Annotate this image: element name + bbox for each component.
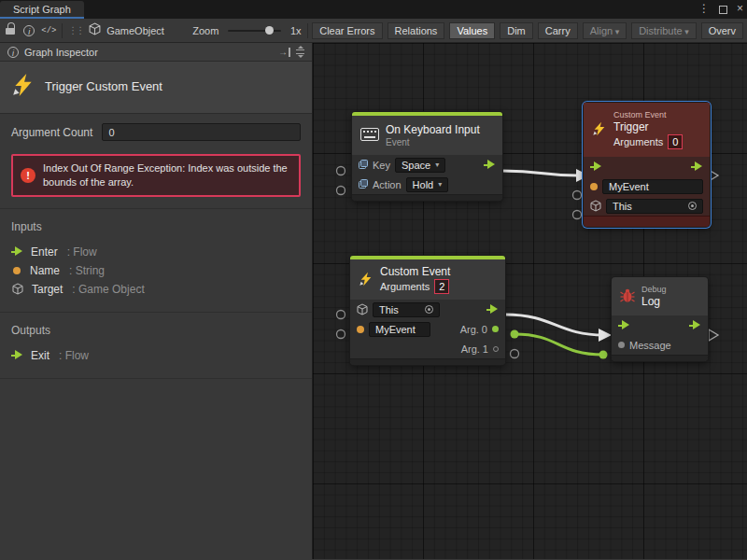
arg1-label: Arg. 1 (461, 343, 488, 355)
object-picker-icon[interactable] (425, 305, 433, 314)
carry-button[interactable]: Carry (538, 22, 578, 39)
node-footer (352, 194, 502, 201)
port-arguments-target-input[interactable] (337, 311, 345, 319)
port-action-input[interactable] (337, 187, 345, 195)
node-header[interactable]: On Keyboard Input Event (352, 116, 502, 155)
cube-icon (590, 200, 601, 212)
gameobject-cube-icon (89, 22, 101, 38)
message-port-icon[interactable] (618, 342, 625, 348)
action-label: Action (373, 179, 402, 190)
maximize-icon[interactable] (719, 6, 727, 14)
drag-handle-icon[interactable]: ⋮⋮ (68, 25, 83, 35)
wire-arg0-to-message[interactable] (514, 334, 603, 355)
flow-arrow-icon (11, 246, 23, 257)
port-arg1-output[interactable] (511, 350, 519, 358)
event-name-field[interactable]: MyEvent (369, 322, 430, 337)
node-trigger-custom-event[interactable]: Custom Event Trigger Arguments 0 MyEvent (584, 103, 710, 227)
node-title: Custom Event (380, 265, 450, 278)
port-arguments-name-input[interactable] (337, 330, 345, 339)
outputs-header: Outputs (11, 324, 301, 337)
string-port-icon (13, 267, 21, 274)
graph-toolbar: ⋮⋮ GameObject Zoom 1x Clear Errors Relat… (0, 19, 747, 43)
zoom-slider-knob[interactable] (265, 26, 274, 35)
flow-input-arrow[interactable] (618, 320, 630, 330)
overview-button[interactable]: Overv (701, 22, 743, 39)
argument-count-input[interactable] (102, 123, 301, 141)
argument-count-label: Argument Count (11, 126, 92, 139)
action-row: Action Hold (352, 175, 502, 194)
action-dropdown[interactable]: Hold (406, 177, 449, 192)
zoom-slider[interactable] (228, 30, 281, 32)
arg0-port-icon[interactable] (492, 326, 499, 332)
event-name-field[interactable]: MyEvent (602, 179, 703, 194)
wire-arguments-to-debug[interactable] (505, 315, 604, 335)
port-type: : String (69, 264, 105, 277)
close-icon[interactable]: × (737, 2, 743, 15)
flow-output-arrow[interactable] (689, 320, 701, 330)
unit-title: Trigger Custom Event (45, 79, 162, 93)
target-field[interactable]: This (606, 199, 703, 214)
port-message-input-connected[interactable] (599, 351, 608, 359)
target-field[interactable]: This (373, 302, 440, 317)
wire-arrowhead (599, 329, 612, 342)
string-port-icon (590, 183, 598, 190)
node-debug-log[interactable]: Debug Log Message (612, 277, 708, 361)
graph-canvas[interactable]: On Keyboard Input Event Key Space Action… (313, 43, 747, 559)
node-category: Custom Event (613, 110, 683, 119)
lock-icon[interactable] (4, 22, 17, 39)
flow-row (612, 315, 708, 335)
code-icon[interactable] (41, 22, 56, 39)
port-trigger-target-input[interactable] (573, 211, 582, 219)
port-arg0-output[interactable] (511, 330, 519, 339)
flow-output-arrow[interactable] (486, 304, 499, 315)
keyboard-icon (360, 128, 379, 143)
flow-output-arrow[interactable] (484, 160, 496, 170)
event-name-row: MyEvent (584, 176, 710, 196)
error-message-box: Index Out Of Range Exception: Index was … (11, 154, 301, 197)
argument-count-row: Argument Count (0, 114, 312, 147)
port-key-input[interactable] (337, 167, 345, 175)
window-controls: ⋮ × (698, 2, 743, 15)
output-port-exit: Exit : Flow (11, 346, 301, 365)
key-dropdown[interactable]: Space (395, 158, 445, 173)
values-button[interactable]: Values (449, 22, 495, 39)
distribute-button[interactable]: Distribute (631, 22, 697, 39)
node-custom-event-arguments[interactable]: Custom Event Arguments 2 This (350, 256, 505, 365)
node-header[interactable]: Custom Event Trigger Arguments 0 (584, 103, 710, 157)
target-value: This (379, 304, 399, 315)
flow-output-arrow[interactable] (691, 161, 703, 172)
port-trigger-name-input[interactable] (573, 191, 582, 200)
dim-button[interactable]: Dim (500, 22, 533, 39)
node-on-keyboard-input[interactable]: On Keyboard Input Event Key Space Action… (352, 112, 502, 201)
arg1-port-icon[interactable] (493, 346, 499, 352)
port-name: Exit (31, 349, 49, 362)
dock-icon[interactable]: → (278, 48, 290, 57)
argument-count-badge: 0 (668, 134, 683, 149)
argument-count-badge: 2 (434, 279, 449, 294)
tab-script-graph[interactable]: Script Graph (0, 1, 84, 19)
inspector-header-title: Graph Inspector (24, 47, 98, 58)
node-footer (350, 358, 505, 365)
flow-row (584, 157, 710, 176)
clear-errors-button[interactable]: Clear Errors (312, 22, 382, 39)
port-name: Name (30, 264, 60, 277)
menu-icon[interactable] (296, 46, 304, 58)
zoom-value: 1x (290, 25, 302, 36)
gameobject-label[interactable]: GameObject (106, 25, 164, 36)
bolt-icon (592, 120, 607, 139)
object-picker-icon[interactable] (688, 202, 697, 210)
flow-input-arrow[interactable] (590, 161, 602, 172)
relations-button[interactable]: Relations (388, 22, 445, 39)
toolbar-divider (307, 23, 308, 38)
info-icon[interactable] (22, 22, 35, 39)
event-name-row: MyEvent Arg. 0 (350, 319, 505, 339)
node-title: Trigger (613, 120, 683, 133)
window-menu-icon[interactable]: ⋮ (698, 2, 710, 15)
node-header[interactable]: Debug Log (612, 277, 708, 315)
wire-keyboard-to-trigger[interactable] (502, 171, 577, 175)
align-button[interactable]: Align (583, 22, 627, 39)
message-label: Message (629, 340, 671, 351)
node-header[interactable]: Custom Event Arguments 2 (350, 259, 505, 300)
inputs-header: Inputs (11, 220, 301, 233)
arguments-label: Arguments (380, 281, 430, 292)
